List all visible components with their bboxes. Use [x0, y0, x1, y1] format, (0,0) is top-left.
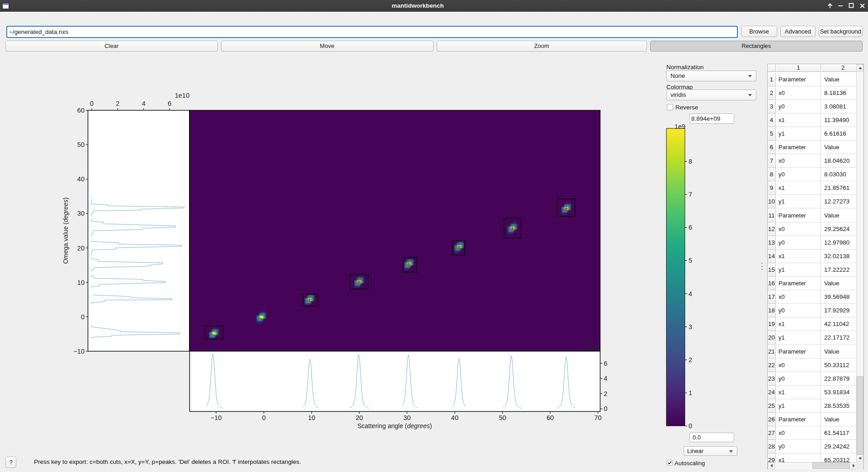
- svg-text:−10: −10: [73, 348, 85, 355]
- svg-text:3: 3: [689, 323, 692, 330]
- svg-text:0: 0: [604, 405, 608, 412]
- svg-text:30: 30: [77, 210, 85, 217]
- svg-text:60: 60: [547, 414, 554, 421]
- svg-text:Omega.value (degrees): Omega.value (degrees): [62, 197, 69, 264]
- svg-text:2: 2: [604, 390, 608, 397]
- svg-text:10: 10: [77, 279, 85, 286]
- svg-text:60: 60: [77, 107, 85, 114]
- svg-text:2: 2: [116, 100, 119, 107]
- svg-text:4: 4: [689, 290, 692, 297]
- svg-text:Scattering angle (degrees): Scattering angle (degrees): [358, 422, 432, 430]
- svg-text:70: 70: [594, 414, 602, 421]
- svg-text:−10: −10: [211, 414, 222, 421]
- svg-text:5: 5: [689, 257, 692, 264]
- svg-text:6: 6: [689, 224, 692, 231]
- svg-text:40: 40: [451, 414, 458, 421]
- svg-text:20: 20: [356, 414, 363, 421]
- svg-text:1e10: 1e10: [585, 344, 599, 351]
- svg-text:20: 20: [77, 245, 85, 252]
- svg-text:40: 40: [77, 175, 85, 183]
- svg-text:4: 4: [604, 375, 608, 382]
- svg-text:4: 4: [142, 100, 146, 107]
- svg-text:6: 6: [604, 360, 608, 367]
- svg-text:10: 10: [308, 414, 315, 421]
- svg-text:0: 0: [81, 313, 85, 321]
- svg-text:0: 0: [90, 100, 94, 107]
- svg-text:8: 8: [689, 158, 692, 165]
- svg-text:0: 0: [262, 414, 266, 421]
- svg-text:1: 1: [689, 389, 692, 396]
- svg-text:50: 50: [77, 141, 85, 148]
- svg-text:0: 0: [689, 422, 692, 430]
- svg-text:1e9: 1e9: [675, 123, 685, 130]
- svg-text:50: 50: [499, 414, 506, 421]
- svg-text:1e10: 1e10: [175, 92, 189, 99]
- svg-text:30: 30: [403, 414, 410, 421]
- svg-text:2: 2: [689, 356, 692, 363]
- svg-text:7: 7: [689, 191, 692, 198]
- svg-text:6: 6: [168, 100, 171, 107]
